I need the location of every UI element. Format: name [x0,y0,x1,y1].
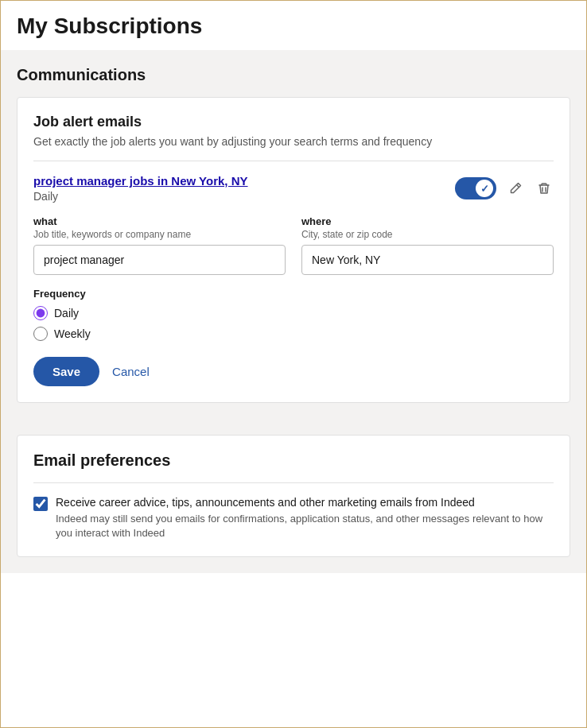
job-alerts-card-title: Job alert emails [33,114,554,130]
frequency-weekly-label: Weekly [54,327,91,340]
marketing-emails-hint: Indeed may still send you emails for con… [56,512,554,540]
page-header: My Subscriptions [1,1,586,50]
marketing-emails-checkbox[interactable] [33,497,48,511]
email-pref-divider [33,482,554,483]
job-alert-emails-card: Job alert emails Get exactly the job ale… [17,97,570,403]
toggle-track: ✓ [455,177,496,199]
where-input[interactable] [301,245,554,275]
communications-section: Communications Job alert emails Get exac… [1,50,586,419]
alert-info: project manager jobs in New York, NY Dai… [33,174,455,203]
job-alerts-card-description: Get exactly the job alerts you want by a… [33,135,554,148]
frequency-weekly-radio[interactable] [33,327,48,341]
frequency-daily-radio[interactable] [33,306,48,320]
edit-alert-button[interactable] [506,179,525,198]
toggle-thumb: ✓ [476,180,493,197]
form-action-row: Save Cancel [33,357,554,386]
frequency-section: Frequency Daily Weekly [33,288,554,341]
where-hint: City, state or zip code [301,229,554,240]
frequency-weekly-option[interactable]: Weekly [33,327,554,341]
email-preferences-card: Email preferences Receive career advice,… [17,435,570,557]
email-preferences-section: Email preferences Receive career advice,… [1,419,586,573]
alert-controls: ✓ [455,177,554,199]
alert-link[interactable]: project manager jobs in New York, NY [33,174,248,188]
alert-toggle[interactable]: ✓ [455,177,496,199]
save-button[interactable]: Save [33,357,99,386]
toggle-checkmark-icon: ✓ [480,183,489,195]
communications-section-title: Communications [17,66,570,84]
alert-row: project manager jobs in New York, NY Dai… [33,174,554,203]
what-field-group: what Job title, keywords or company name [33,215,286,275]
what-label: what [33,215,286,227]
where-label: where [301,215,554,227]
trash-svg-icon [538,182,550,195]
frequency-label: Frequency [33,288,554,300]
email-preferences-title: Email preferences [33,451,554,470]
checkbox-content: Receive career advice, tips, announcemen… [56,496,554,540]
page-title: My Subscriptions [17,14,570,39]
marketing-emails-label: Receive career advice, tips, announcemen… [56,496,554,509]
page-container: My Subscriptions Communications Job aler… [0,0,587,728]
what-input[interactable] [33,245,286,275]
pencil-svg-icon [509,182,522,195]
frequency-daily-option[interactable]: Daily [33,306,554,320]
what-hint: Job title, keywords or company name [33,229,286,240]
marketing-emails-row: Receive career advice, tips, announcemen… [33,496,554,540]
delete-alert-button[interactable] [535,179,554,198]
frequency-radio-group: Daily Weekly [33,306,554,341]
where-field-group: where City, state or zip code [301,215,554,275]
alert-form-row: what Job title, keywords or company name… [33,215,554,275]
alert-frequency-display: Daily [33,190,455,203]
cancel-button[interactable]: Cancel [112,365,150,378]
card-divider [33,161,554,161]
frequency-daily-label: Daily [54,307,79,319]
